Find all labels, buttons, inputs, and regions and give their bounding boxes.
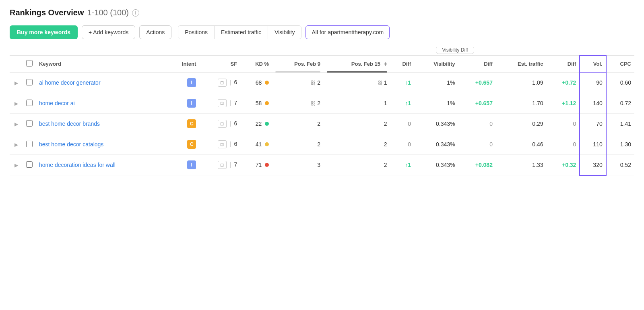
est-diff-value: 0 [573,141,576,148]
checkbox-cell [23,134,36,155]
th-expand [10,56,23,72]
sf-number: 6 [234,141,237,147]
vis-diff-cell: 0 [458,114,496,134]
table-row: ▶ home decoration ideas for wall I ⊡ 7 7… [10,155,634,175]
domain-filter-button[interactable]: All for apartmenttherapy.com [305,25,390,39]
est-diff-value: 0 [573,121,576,127]
visibility-cell: 0.343% [414,155,458,175]
table-row: ▶ best home decor catalogs C ⊡ 6 41 2 [10,134,634,155]
checkbox-cell [23,72,36,93]
pos-feb9-value: 2 [317,100,320,106]
intent-badge: I [187,78,196,87]
sort-icon[interactable]: ⬍ [384,62,387,67]
pos-feb15-value: 2 [384,121,387,127]
actions-button[interactable]: Actions [139,25,171,39]
table-row: ▶ best home decor brands C ⊡ 6 22 2 [10,114,634,134]
row-checkbox[interactable] [26,141,33,147]
vis-diff-value: +0.657 [475,100,493,106]
info-icon[interactable]: i [132,9,139,17]
kd-dot [265,142,269,146]
th-est-traffic: Est. traffic [496,56,547,72]
est-traffic-cell: 0.46 [496,134,547,155]
sf-icon: ⊡ [218,99,227,107]
row-expand-button[interactable]: ▶ [13,80,20,86]
th-pos-feb9: Pos. Feb 9 [272,56,324,72]
keyword-link[interactable]: home decor ai [39,100,75,106]
select-all-checkbox[interactable] [26,60,33,67]
row-expand-button[interactable]: ▶ [13,121,20,127]
intent-cell: C [167,134,199,155]
intent-cell: C [167,114,199,134]
tab-estimated-traffic[interactable]: Estimated traffic [215,26,268,39]
cpc-cell: 0.52 [606,155,634,175]
keyword-link[interactable]: ai home decor generator [39,79,101,86]
keyword-cell: best home decor brands [36,114,167,134]
est-diff-value: +0.32 [562,162,576,168]
vol-cell: 90 [580,72,606,93]
table-body: ▶ ai home decor generator I ⊡ 6 68 ⛓ 2 ⛓ [10,72,634,175]
buy-keywords-button[interactable]: Buy more keywords [10,25,78,39]
kd-dot [265,81,269,85]
expand-cell: ▶ [10,114,23,134]
keyword-cell: home decoration ideas for wall [36,155,167,175]
sf-cell: ⊡ 6 [199,134,240,155]
pos-diff-value: 0 [408,141,411,148]
kd-cell: 71 [240,155,272,175]
row-checkbox[interactable] [26,100,33,106]
sf-number: 6 [234,79,237,85]
row-expand-button[interactable]: ▶ [13,101,20,106]
toolbar: Buy more keywords + Add keywords Actions… [10,25,634,39]
row-expand-button[interactable]: ▶ [13,142,20,148]
keyword-link[interactable]: best home decor catalogs [39,141,103,148]
intent-cell: I [167,93,199,114]
th-est-diff: Diff [547,56,580,72]
sf-cell: ⊡ 6 [199,114,240,134]
add-keywords-button[interactable]: + Add keywords [82,25,135,39]
pos-diff-cell: ↑1 [390,72,414,93]
est-diff-value: +0.72 [562,79,576,86]
kd-cell: 22 [240,114,272,134]
th-checkbox [23,56,36,72]
intent-cell: I [167,72,199,93]
pos-feb9-cell: 3 [272,155,324,175]
pos-diff-value: ↑1 [405,79,411,86]
intent-badge: I [187,99,196,108]
pos-feb9-value: 3 [317,162,320,168]
pos-feb9-cell: 2 [272,134,324,155]
pos-feb9-value: 2 [317,141,320,148]
pos-diff-cell: ↑1 [390,93,414,114]
expand-cell: ▶ [10,155,23,175]
tab-positions[interactable]: Positions [178,26,215,39]
intent-badge: C [187,119,196,128]
kd-cell: 68 [240,72,272,93]
keyword-link[interactable]: home decoration ideas for wall [39,162,116,168]
expand-cell: ▶ [10,93,23,114]
visibility-cell: 0.343% [414,134,458,155]
th-visibility: Visibility [414,56,458,72]
expand-cell: ▶ [10,72,23,93]
row-checkbox[interactable] [26,120,33,127]
est-diff-cell: +0.32 [547,155,580,175]
table-row: ▶ ai home decor generator I ⊡ 6 68 ⛓ 2 ⛓ [10,72,634,93]
view-tabs: Positions Estimated traffic Visibility [178,25,301,39]
keyword-link[interactable]: best home decor brands [39,121,100,127]
row-checkbox[interactable] [26,79,33,85]
row-checkbox[interactable] [26,161,33,168]
sf-number: 6 [234,120,237,127]
est-traffic-cell: 1.09 [496,72,547,93]
row-expand-button[interactable]: ▶ [13,162,20,168]
pos-diff-cell: 0 [390,114,414,134]
table-header-row: Keyword Intent SF KD % Pos. Feb 9 Pos. F… [10,56,634,72]
vol-cell: 110 [580,134,606,155]
tab-visibility[interactable]: Visibility [268,26,301,39]
vol-cell: 70 [580,114,606,134]
kd-dot [265,122,269,126]
sf-cell: ⊡ 7 [199,155,240,175]
kd-cell: 58 [240,93,272,114]
pos-feb15-cell: 2 [324,114,390,134]
th-sf: SF [199,56,240,72]
sf-number: 7 [234,161,237,168]
th-vol: Vol. [580,56,606,72]
vis-diff-cell: 0 [458,134,496,155]
vis-diff-value: +0.657 [475,79,493,86]
